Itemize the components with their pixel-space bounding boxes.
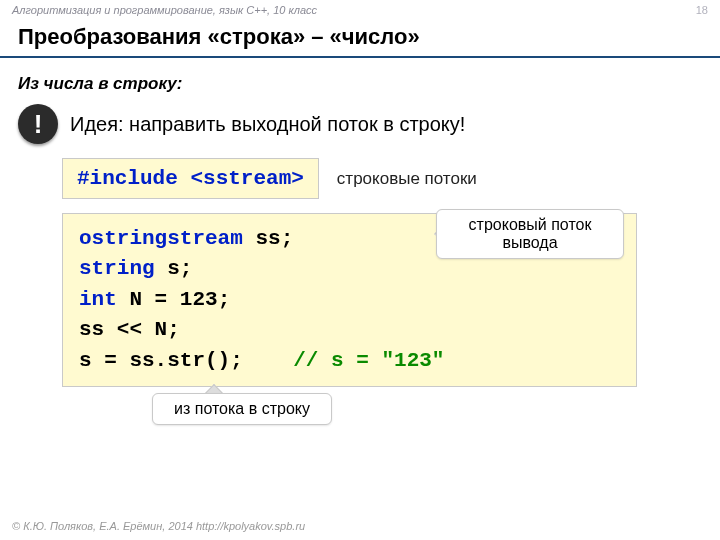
code-container: ostringstream ss; string s; int N = 123;… xyxy=(62,213,706,387)
slide-title: Преобразования «строка» – «число» xyxy=(0,18,720,58)
code-line-5: s = ss.str(); // s = "123" xyxy=(79,346,620,376)
slide-footer: © К.Ю. Поляков, Е.А. Ерёмин, 2014 http:/… xyxy=(12,520,305,532)
callout-stream-output: строковый поток вывода xyxy=(436,209,624,259)
idea-row: ! Идея: направить выходной поток в строк… xyxy=(18,104,706,144)
code-line-2: string s; xyxy=(79,254,620,284)
include-codebox: #include <sstream> xyxy=(62,158,319,199)
code-line-3: int N = 123; xyxy=(79,285,620,315)
include-directive: #include xyxy=(77,167,178,190)
include-header: <sstream> xyxy=(190,167,303,190)
course-label: Алгоритмизация и программирование, язык … xyxy=(12,4,317,16)
slide-header: Алгоритмизация и программирование, язык … xyxy=(0,0,720,18)
include-label: строковые потоки xyxy=(337,169,477,189)
callout-line2: вывода xyxy=(451,234,609,252)
page-number: 18 xyxy=(696,4,708,16)
subheading: Из числа в строку: xyxy=(18,74,706,94)
exclamation-icon: ! xyxy=(18,104,58,144)
include-row: #include <sstream> строковые потоки xyxy=(62,158,706,199)
callout-line1: строковый поток xyxy=(451,216,609,234)
idea-text: Идея: направить выходной поток в строку! xyxy=(70,113,465,136)
slide-content: Из числа в строку: ! Идея: направить вых… xyxy=(0,58,720,387)
callout-to-string: из потока в строку xyxy=(152,393,332,425)
code-line-4: ss << N; xyxy=(79,315,620,345)
